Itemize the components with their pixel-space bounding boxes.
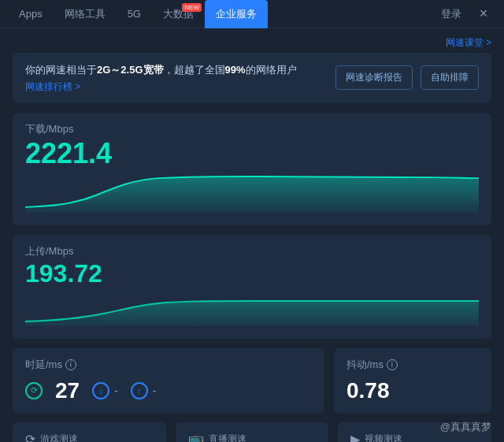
game-speed-header: ⟳ 游戏测速 xyxy=(25,432,78,442)
main-content: 网速课堂 > 你的网速相当于2G～2.5G宽带，超越了全国99%的网络用户 网速… xyxy=(0,28,504,442)
video-speed-header: ▶ 视频测速 xyxy=(350,432,402,442)
jitter-info-icon[interactable]: i xyxy=(387,359,398,370)
info-buttons: 网速诊断报告 自助排障 xyxy=(335,65,479,90)
login-button[interactable]: 登录 xyxy=(432,7,471,21)
watermark: @真真真梦 xyxy=(440,420,491,434)
latency-down-item: ↓ - xyxy=(92,382,118,399)
top-navigation: Apps 网络工具 5G 大数据 NEW 企业服务 登录 × xyxy=(0,0,504,28)
live-icon: 📺 xyxy=(188,432,204,442)
upload-label: 上传/Mbps xyxy=(25,244,479,258)
game-speed-card[interactable]: ⟳ 游戏测速 21ms 极好 xyxy=(13,422,166,442)
upload-chart xyxy=(25,292,479,326)
latency-main-value: 27 xyxy=(55,378,80,403)
top-link-area: 网速课堂 > xyxy=(13,28,491,53)
upload-chart-area: 上传/Mbps 193.72 xyxy=(13,235,491,338)
live-speed-header: 📺 直播测速 xyxy=(188,432,246,442)
nav-bigdata[interactable]: 大数据 NEW xyxy=(152,0,205,28)
download-label: 下载/Mbps xyxy=(25,122,479,136)
latency-down-icon: ↓ xyxy=(92,382,109,399)
latency-label: 时延/ms i xyxy=(25,358,312,372)
nav-enterprise[interactable]: 企业服务 xyxy=(205,0,268,28)
stats-row: 时延/ms i ⟳ 27 ↓ - ↑ - 抖动/ms i xyxy=(13,348,491,413)
latency-values: ⟳ 27 ↓ - ↑ - xyxy=(25,378,312,403)
upload-value: 193.72 xyxy=(25,260,479,288)
game-icon: ⟳ xyxy=(25,432,35,442)
download-chart xyxy=(25,172,479,213)
speed-cards: ⟳ 游戏测速 21ms 极好 📺 直播测速 37ms 极好 ▶ 视频测速 xyxy=(13,422,491,442)
diagnose-button[interactable]: 网速诊断报告 xyxy=(335,65,413,90)
download-chart-area: 下载/Mbps 2221.4 xyxy=(13,113,491,226)
latency-down-value: - xyxy=(114,384,118,397)
info-text-area: 你的网速相当于2G～2.5G宽带，超越了全国99%的网络用户 网速排行榜 > xyxy=(25,62,297,94)
video-icon: ▶ xyxy=(350,432,360,442)
jitter-label: 抖动/ms i xyxy=(346,358,479,372)
latency-box: 时延/ms i ⟳ 27 ↓ - ↑ - xyxy=(13,348,324,413)
latency-sync-icon: ⟳ xyxy=(25,382,43,399)
latency-up-item: ↑ - xyxy=(131,382,157,399)
troubleshoot-button[interactable]: 自助排障 xyxy=(421,65,479,90)
nav-network-tools[interactable]: 网络工具 xyxy=(54,0,117,28)
latency-up-icon: ↑ xyxy=(131,382,148,399)
ranking-link[interactable]: 网速排行榜 > xyxy=(25,80,297,94)
jitter-box: 抖动/ms i 0.78 xyxy=(334,348,491,413)
close-button[interactable]: × xyxy=(471,2,496,27)
download-value: 2221.4 xyxy=(25,138,479,169)
info-description: 你的网速相当于2G～2.5G宽带，超越了全国99%的网络用户 xyxy=(25,62,297,79)
latency-up-value: - xyxy=(153,384,157,397)
latency-info-icon[interactable]: i xyxy=(65,359,76,370)
speed-class-link[interactable]: 网速课堂 > xyxy=(446,37,491,48)
nav-apps[interactable]: Apps xyxy=(8,0,54,28)
nav-5g[interactable]: 5G xyxy=(117,0,152,28)
new-badge: NEW xyxy=(182,3,202,12)
jitter-value: 0.78 xyxy=(346,378,479,403)
live-speed-card[interactable]: 📺 直播测速 37ms 极好 xyxy=(176,422,329,442)
info-box: 你的网速相当于2G～2.5G宽带，超越了全国99%的网络用户 网速排行榜 > 网… xyxy=(13,53,491,103)
